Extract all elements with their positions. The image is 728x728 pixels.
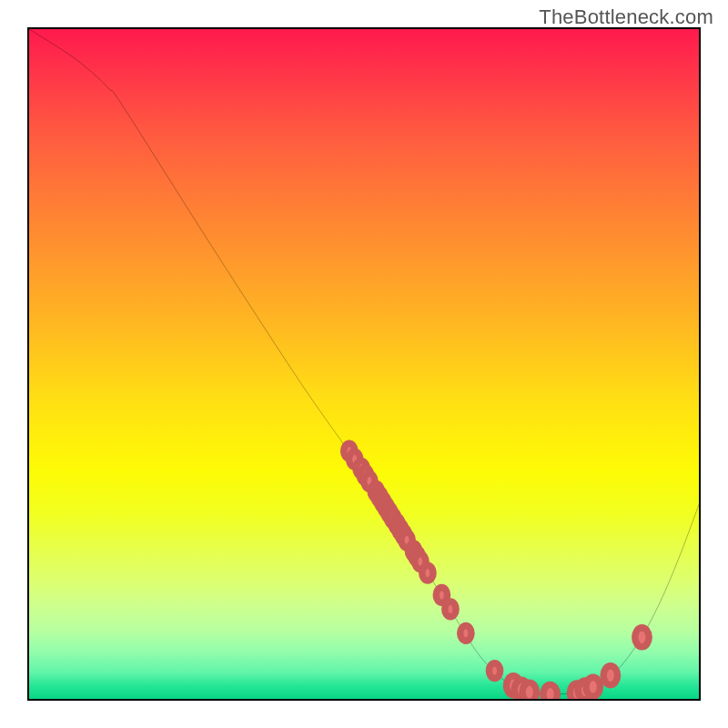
plot-area (27, 27, 701, 701)
data-marker (603, 666, 617, 685)
curve-overlay (29, 29, 699, 699)
data-marker (635, 628, 649, 647)
data-marker (460, 625, 471, 641)
watermark-text: TheBottleneck.com (539, 5, 713, 29)
chart-container: TheBottleneck.com (0, 0, 728, 728)
data-marker (543, 684, 557, 699)
marker-group (344, 443, 650, 699)
data-marker (586, 677, 600, 696)
bottleneck-curve (29, 29, 699, 694)
data-marker (489, 663, 500, 679)
data-marker (522, 682, 536, 699)
data-marker (422, 565, 433, 581)
data-marker (445, 602, 456, 617)
